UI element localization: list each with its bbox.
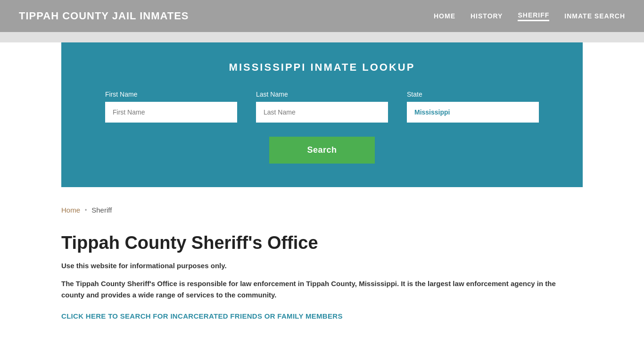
site-title: TIPPAH COUNTY JAIL INMATES xyxy=(19,10,189,22)
last-name-label: Last Name xyxy=(256,90,388,98)
last-name-group: Last Name xyxy=(256,90,388,123)
search-fields-row: First Name Last Name State xyxy=(90,90,554,123)
state-label: State xyxy=(407,90,539,98)
last-name-input[interactable] xyxy=(256,102,388,123)
lookup-title: MISSISSIPPI INMATE LOOKUP xyxy=(90,61,554,74)
info-paragraph: The Tippah County Sheriff's Office is re… xyxy=(61,278,556,301)
search-button[interactable]: Search xyxy=(269,137,374,164)
breadcrumb-current: Sheriff xyxy=(91,206,112,214)
breadcrumb-home[interactable]: Home xyxy=(61,206,80,214)
nav-home[interactable]: HOME xyxy=(434,12,455,20)
first-name-group: First Name xyxy=(105,90,237,123)
search-btn-wrapper: Search xyxy=(90,137,554,164)
info-line: Use this website for informational purpo… xyxy=(61,262,583,270)
breadcrumb-separator: • xyxy=(85,207,87,214)
main-nav: HOME HISTORY SHERIFF INMATE SEARCH xyxy=(434,11,625,21)
nav-history[interactable]: HISTORY xyxy=(471,12,503,20)
site-header: TIPPAH COUNTY JAIL INMATES HOME HISTORY … xyxy=(0,0,644,32)
inmate-lookup-panel: MISSISSIPPI INMATE LOOKUP First Name Las… xyxy=(61,42,583,187)
state-group: State xyxy=(407,90,539,123)
subheader-line xyxy=(0,32,644,42)
main-content: Home • Sheriff Tippah County Sheriff's O… xyxy=(0,187,644,339)
state-input[interactable] xyxy=(407,102,539,123)
breadcrumb: Home • Sheriff xyxy=(61,206,583,214)
nav-sheriff[interactable]: SHERIFF xyxy=(518,11,549,21)
cta-link[interactable]: CLICK HERE to Search for Incarcerated Fr… xyxy=(61,312,343,320)
nav-inmate-search[interactable]: INMATE SEARCH xyxy=(564,12,625,20)
first-name-input[interactable] xyxy=(105,102,237,123)
first-name-label: First Name xyxy=(105,90,237,98)
page-title: Tippah County Sheriff's Office xyxy=(61,233,583,253)
